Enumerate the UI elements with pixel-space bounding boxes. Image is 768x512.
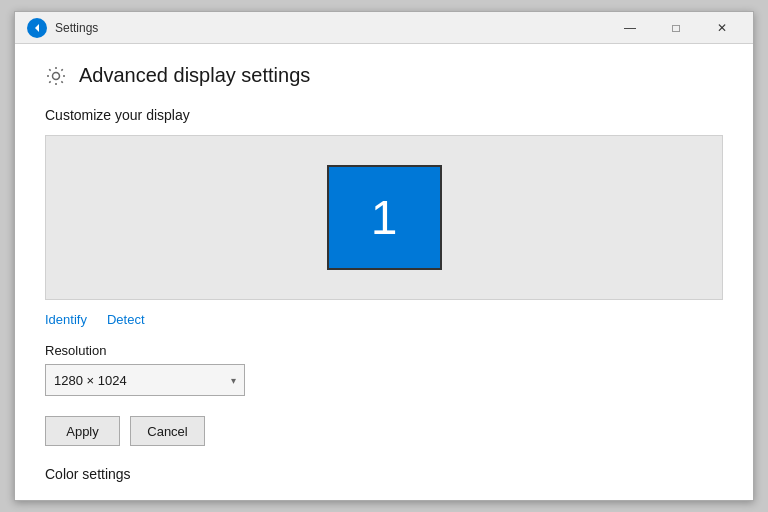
identify-link[interactable]: Identify xyxy=(45,312,87,327)
window-title: Settings xyxy=(55,21,98,35)
detect-link[interactable]: Detect xyxy=(107,312,145,327)
button-row: Apply Cancel xyxy=(45,416,723,446)
resolution-value: 1280 × 1024 xyxy=(54,373,127,388)
page-title: Advanced display settings xyxy=(79,64,310,87)
resolution-label: Resolution xyxy=(45,343,723,358)
maximize-button[interactable]: □ xyxy=(653,12,699,44)
apply-button[interactable]: Apply xyxy=(45,416,120,446)
back-icon xyxy=(32,23,42,33)
back-button[interactable] xyxy=(27,18,47,38)
chevron-down-icon: ▾ xyxy=(231,375,236,386)
svg-point-1 xyxy=(53,72,60,79)
window-controls: — □ ✕ xyxy=(607,12,745,44)
title-bar-left: Settings xyxy=(27,18,98,38)
gear-icon xyxy=(45,65,67,87)
color-settings-title: Color settings xyxy=(45,466,723,482)
cancel-button[interactable]: Cancel xyxy=(130,416,205,446)
display-section: Customize your display 1 Identify Detect… xyxy=(45,107,723,482)
settings-window: Settings — □ ✕ Advanced display settings… xyxy=(14,11,754,501)
close-button[interactable]: ✕ xyxy=(699,12,745,44)
display-links: Identify Detect xyxy=(45,312,723,327)
resolution-select[interactable]: 1280 × 1024 ▾ xyxy=(45,364,245,396)
minimize-button[interactable]: — xyxy=(607,12,653,44)
page-header: Advanced display settings xyxy=(45,64,723,87)
svg-marker-0 xyxy=(35,24,39,32)
display-preview-area: 1 xyxy=(45,135,723,300)
monitor-block: 1 xyxy=(327,165,442,270)
content-area: Advanced display settings Customize your… xyxy=(15,44,753,500)
title-bar: Settings — □ ✕ xyxy=(15,12,753,44)
monitor-number: 1 xyxy=(371,190,398,245)
display-section-label: Customize your display xyxy=(45,107,723,123)
